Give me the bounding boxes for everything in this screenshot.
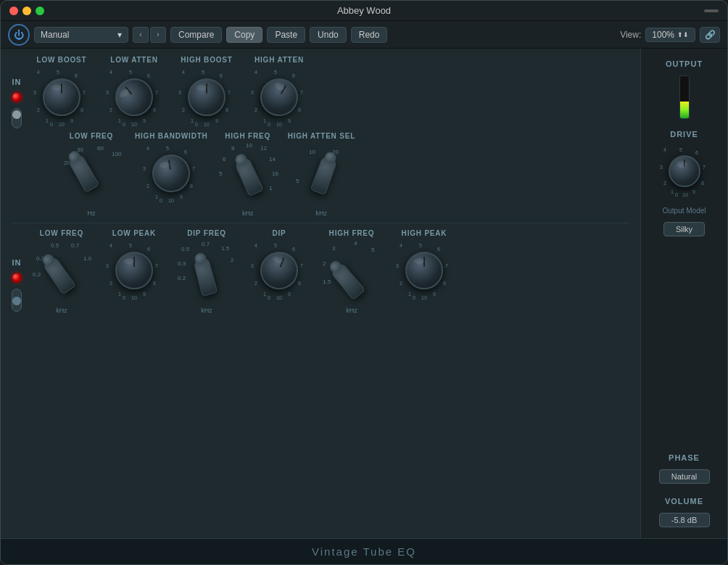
compare-button[interactable]: Compare bbox=[170, 27, 222, 43]
svg-text:12: 12 bbox=[260, 145, 267, 152]
svg-text:1: 1 bbox=[263, 118, 266, 123]
svg-text:5: 5 bbox=[419, 243, 422, 248]
minimize-btn[interactable] bbox=[22, 7, 31, 15]
svg-text:5: 5 bbox=[202, 70, 204, 75]
svg-text:7: 7 bbox=[228, 90, 231, 95]
high-peak-knob[interactable] bbox=[405, 252, 443, 289]
svg-text:4: 4 bbox=[37, 70, 40, 75]
close-btn[interactable] bbox=[9, 7, 18, 15]
svg-text:5: 5 bbox=[129, 243, 132, 248]
output-model-button[interactable]: Silky bbox=[663, 222, 705, 236]
svg-text:2: 2 bbox=[663, 181, 666, 186]
top-in-label: IN bbox=[12, 78, 22, 86]
svg-text:10: 10 bbox=[59, 122, 65, 127]
drive-label: DRIVE bbox=[670, 130, 698, 139]
low-boost-knob-wrap: 5 6 7 8 9 10 4 3 2 1 0 bbox=[31, 67, 92, 128]
high-atten-group: HIGH ATTEN 5 6 7 8 9 10 4 3 bbox=[247, 56, 312, 128]
svg-text:4: 4 bbox=[400, 243, 402, 248]
high-freq-top-unit: kHz bbox=[242, 210, 254, 217]
bottom-in-controls: IN bbox=[12, 236, 22, 312]
bottom-in-toggle[interactable] bbox=[12, 289, 22, 312]
high-bandwidth-knob[interactable] bbox=[149, 152, 193, 195]
preset-dropdown[interactable]: Manual ▾ bbox=[34, 27, 128, 43]
bottom-in-label: IN bbox=[12, 258, 22, 267]
dip-knob[interactable] bbox=[255, 247, 304, 295]
svg-text:6: 6 bbox=[75, 73, 78, 78]
paste-button[interactable]: Paste bbox=[267, 27, 305, 43]
svg-text:3: 3 bbox=[660, 165, 663, 170]
phase-button[interactable]: Natural bbox=[659, 469, 710, 484]
low-atten-knob[interactable] bbox=[107, 70, 160, 123]
svg-text:9: 9 bbox=[692, 189, 695, 194]
low-peak-knob[interactable] bbox=[115, 252, 153, 289]
low-peak-group: LOW PEAK 5 6 7 8 9 10 4 3 2 bbox=[102, 229, 167, 301]
drive-knob-wrap: 5 6 7 8 9 10 4 3 2 1 0 11 bbox=[659, 146, 710, 197]
svg-text:6: 6 bbox=[292, 73, 295, 78]
low-boost-group: LOW BOOST 5 6 7 8 9 10 4 3 bbox=[29, 56, 94, 128]
top-in-led[interactable] bbox=[12, 92, 22, 102]
svg-text:1.5: 1.5 bbox=[323, 279, 331, 285]
svg-text:2: 2 bbox=[146, 183, 149, 189]
high-atten-knob[interactable] bbox=[253, 71, 305, 123]
volume-button[interactable]: -5.8 dB bbox=[659, 513, 710, 527]
svg-text:0: 0 bbox=[123, 122, 125, 127]
svg-text:7: 7 bbox=[83, 90, 86, 95]
output-label: OUTPUT bbox=[666, 59, 703, 68]
power-button[interactable]: ⏻ bbox=[8, 24, 30, 46]
main-area: IN LOW BOOST 5 6 bbox=[1, 49, 727, 538]
svg-text:1: 1 bbox=[46, 118, 49, 123]
svg-text:3: 3 bbox=[106, 263, 109, 268]
phase-label: PHASE bbox=[669, 453, 700, 462]
svg-text:6: 6 bbox=[147, 247, 150, 252]
window-controls bbox=[9, 7, 44, 15]
svg-text:7: 7 bbox=[300, 263, 303, 268]
svg-text:7: 7 bbox=[300, 90, 303, 95]
low-boost-knob[interactable] bbox=[43, 78, 80, 116]
low-freq-lever-wrap: 20 30 60 100 bbox=[55, 143, 128, 208]
high-boost-knob[interactable] bbox=[188, 78, 226, 116]
redo-button[interactable]: Redo bbox=[351, 27, 388, 43]
svg-text:5: 5 bbox=[57, 70, 59, 75]
high-atten-label: HIGH ATTEN bbox=[255, 56, 304, 64]
resize-handle bbox=[704, 9, 719, 12]
bottom-in-led[interactable] bbox=[12, 273, 22, 283]
prev-preset-button[interactable]: ‹ bbox=[133, 27, 149, 43]
svg-text:1: 1 bbox=[118, 118, 121, 123]
next-preset-button[interactable]: › bbox=[150, 27, 166, 43]
link-button[interactable]: 🔗 bbox=[700, 27, 720, 43]
svg-text:0: 0 bbox=[50, 122, 53, 127]
output-meter-fill bbox=[680, 102, 689, 118]
svg-text:8: 8 bbox=[701, 181, 704, 186]
window-title: Abbey Wood bbox=[337, 5, 391, 16]
svg-text:10: 10 bbox=[276, 122, 282, 127]
low-freq-group: LOW FREQ 20 30 60 100 bbox=[55, 132, 128, 217]
svg-text:9: 9 bbox=[215, 118, 218, 123]
svg-text:0.5: 0.5 bbox=[51, 242, 59, 249]
svg-text:60: 60 bbox=[97, 145, 104, 152]
svg-text:5: 5 bbox=[371, 247, 375, 253]
zoom-level[interactable]: 100% ⬆⬇ bbox=[645, 28, 695, 42]
high-atten-sel-label: HIGH ATTEN SEL bbox=[288, 132, 355, 140]
svg-text:0.2: 0.2 bbox=[178, 275, 186, 281]
svg-text:0: 0 bbox=[123, 295, 125, 300]
section-divider bbox=[12, 223, 629, 223]
svg-text:7: 7 bbox=[155, 90, 158, 95]
drive-knob[interactable] bbox=[669, 155, 700, 187]
dip-knob-wrap: 5 6 7 8 9 10 4 3 2 1 0 bbox=[249, 240, 310, 301]
svg-text:3: 3 bbox=[33, 90, 36, 95]
low-freq-bottom-unit: kHz bbox=[56, 307, 67, 314]
svg-text:0: 0 bbox=[160, 198, 162, 203]
svg-text:3: 3 bbox=[178, 90, 181, 95]
plugin-window: Abbey Wood ⏻ Manual ▾ ‹ › Compare Copy P… bbox=[0, 0, 728, 565]
svg-text:3: 3 bbox=[396, 263, 399, 268]
high-peak-knob-wrap: 5 6 7 8 9 10 4 3 2 1 0 bbox=[394, 240, 455, 301]
high-freq-bottom-unit: kHz bbox=[346, 307, 357, 314]
svg-text:10: 10 bbox=[246, 143, 252, 149]
svg-text:0: 0 bbox=[413, 295, 415, 300]
maximize-btn[interactable] bbox=[36, 7, 44, 15]
svg-text:0: 0 bbox=[195, 122, 198, 127]
undo-button[interactable]: Undo bbox=[310, 27, 347, 43]
svg-text:9: 9 bbox=[143, 292, 146, 297]
top-in-toggle[interactable] bbox=[12, 108, 22, 128]
copy-button[interactable]: Copy bbox=[226, 27, 262, 43]
